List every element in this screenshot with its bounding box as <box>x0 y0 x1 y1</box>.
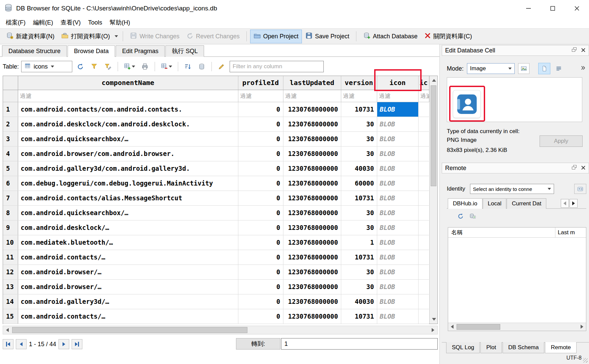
cell-profileId[interactable]: 0 <box>238 294 283 309</box>
attach-database-button[interactable]: Attach Database <box>360 30 421 43</box>
cell-componentName[interactable]: com.android.contacts/… <box>18 250 238 265</box>
column-header-version[interactable]: version <box>341 76 377 90</box>
cell-profileId[interactable]: 0 <box>238 146 283 161</box>
scroll-right-button[interactable] <box>578 323 586 330</box>
tab-edit-pragmas[interactable]: Edit Pragmas <box>116 45 165 57</box>
cell-version[interactable]: 30 <box>341 117 377 131</box>
cell-partial[interactable] <box>418 294 429 309</box>
cell-partial[interactable] <box>418 265 429 279</box>
horizontal-scrollbar-thumb[interactable] <box>12 327 247 333</box>
cell-partial[interactable] <box>418 191 429 205</box>
cell-version[interactable]: 10731 <box>341 191 377 205</box>
remote-tab-local[interactable]: Local <box>483 198 507 209</box>
cell-lastUpdated[interactable]: 1230768000000 <box>283 279 341 294</box>
apply-button[interactable]: Apply <box>540 135 583 147</box>
column-header-componentName[interactable]: componentName <box>18 76 238 90</box>
remote-scrollbar-thumb[interactable] <box>457 324 500 330</box>
cell-lastUpdated[interactable]: 1230768000000 <box>283 220 341 235</box>
close-button[interactable] <box>565 0 589 17</box>
cell-lastUpdated[interactable]: 1230768000000 <box>283 191 341 205</box>
edit-cell-button[interactable] <box>216 61 227 72</box>
cell-lastUpdated[interactable]: 1230768000000 <box>283 250 341 265</box>
cell-partial[interactable] <box>418 309 429 324</box>
remote-clone-button[interactable] <box>469 213 476 221</box>
save-project-button[interactable]: Save Project <box>302 30 353 43</box>
cell-partial[interactable] <box>418 161 429 176</box>
cell-icon[interactable]: BLOB <box>377 309 418 324</box>
text-mode-toggle-button[interactable] <box>538 63 550 74</box>
menu-file[interactable]: 檔案(F) <box>2 17 29 28</box>
open-database-dropdown[interactable] <box>113 33 119 39</box>
cell-lastUpdated[interactable]: 1230768000000 <box>283 102 341 117</box>
open-database-button[interactable]: 打開資料庫(O) <box>58 30 113 43</box>
cell-icon[interactable]: BLOB <box>377 117 418 131</box>
delete-record-button[interactable] <box>159 61 174 72</box>
scroll-right-button[interactable] <box>429 326 437 334</box>
cell-version[interactable]: 30 <box>341 220 377 235</box>
cell-componentName[interactable]: com.android.contacts/com.android.contact… <box>18 102 238 117</box>
filter-cell-lastUpdated[interactable]: 過濾 <box>283 90 341 102</box>
remote-horizontal-scrollbar[interactable] <box>448 323 586 331</box>
cell-icon[interactable]: BLOB <box>377 235 418 250</box>
cell-profileId[interactable]: 0 <box>238 309 283 324</box>
resize-grip[interactable] <box>583 358 588 363</box>
cell-icon[interactable]: BLOB <box>377 250 418 265</box>
cell-icon[interactable]: BLOB <box>377 146 418 161</box>
cell-icon[interactable]: BLOB <box>377 294 418 309</box>
write-changes-button[interactable]: Write Changes <box>126 30 183 43</box>
cell-lastUpdated[interactable]: 1230768000000 <box>283 176 341 191</box>
sort-button[interactable] <box>182 61 194 72</box>
cell-icon[interactable]: BLOB <box>377 176 418 191</box>
row-number[interactable]: 5 <box>3 161 18 176</box>
cell-profileId[interactable]: 0 <box>238 220 283 235</box>
cell-icon[interactable]: BLOB <box>377 205 418 220</box>
cell-lastUpdated[interactable]: 1230768000000 <box>283 117 341 131</box>
close-panel-button[interactable] <box>581 165 586 172</box>
cell-partial[interactable] <box>418 146 429 161</box>
tab-database-structure[interactable]: Database Structure <box>2 45 67 57</box>
cell-componentName[interactable]: com.android.browser/… <box>18 265 238 279</box>
cell-lastUpdated[interactable]: 1230768000000 <box>283 205 341 220</box>
column-header-icon[interactable]: icon <box>377 76 418 90</box>
cell-lastUpdated[interactable]: 1230768000000 <box>283 161 341 176</box>
cell-lastUpdated[interactable]: 1230768000000 <box>283 235 341 250</box>
close-database-button[interactable]: 關閉資料庫(C) <box>421 30 475 43</box>
float-panel-button[interactable] <box>572 165 577 172</box>
vertical-scrollbar[interactable] <box>429 76 438 324</box>
minimize-button[interactable] <box>516 0 541 17</box>
new-record-button[interactable] <box>122 61 137 72</box>
cell-lastUpdated[interactable]: 1230768000000 <box>283 265 341 279</box>
cell-profileId[interactable]: 0 <box>238 117 283 131</box>
cell-profileId[interactable]: 0 <box>238 131 283 146</box>
cell-partial[interactable] <box>418 220 429 235</box>
cell-icon[interactable]: BLOB <box>377 102 418 117</box>
cell-icon[interactable]: BLOB <box>377 161 418 176</box>
first-page-button[interactable] <box>3 339 13 349</box>
cell-profileId[interactable]: 0 <box>238 176 283 191</box>
cell-partial[interactable] <box>418 205 429 220</box>
revert-changes-button[interactable]: Revert Changes <box>183 30 243 43</box>
cell-partial[interactable] <box>418 250 429 265</box>
cell-profileId[interactable]: 0 <box>238 250 283 265</box>
cell-version[interactable]: 10731 <box>341 309 377 324</box>
scroll-left-button[interactable] <box>448 323 456 330</box>
row-number[interactable]: 1 <box>3 102 18 117</box>
refresh-button[interactable] <box>75 61 86 72</box>
close-panel-button[interactable] <box>581 47 586 54</box>
filter-cell-icon[interactable]: 過濾 <box>377 90 418 102</box>
cell-version[interactable]: 60000 <box>341 176 377 191</box>
cell-version[interactable]: 40030 <box>341 294 377 309</box>
cell-partial[interactable] <box>418 176 429 191</box>
row-number[interactable]: 15 <box>3 309 18 324</box>
dock-tab-db-schema[interactable]: DB Schema <box>503 342 545 353</box>
column-header-partial[interactable]: ic <box>418 76 429 90</box>
row-number[interactable]: 9 <box>3 220 18 235</box>
column-header-profileId[interactable]: profileId <box>238 76 283 90</box>
cell-componentName[interactable]: com.android.deskclock/com.android.deskcl… <box>18 117 238 131</box>
table-select[interactable]: icons <box>21 61 72 72</box>
row-number[interactable]: 8 <box>3 205 18 220</box>
row-number[interactable]: 2 <box>3 117 18 131</box>
row-number[interactable]: 6 <box>3 176 18 191</box>
cell-version[interactable]: 30 <box>341 279 377 294</box>
row-number[interactable]: 3 <box>3 131 18 146</box>
